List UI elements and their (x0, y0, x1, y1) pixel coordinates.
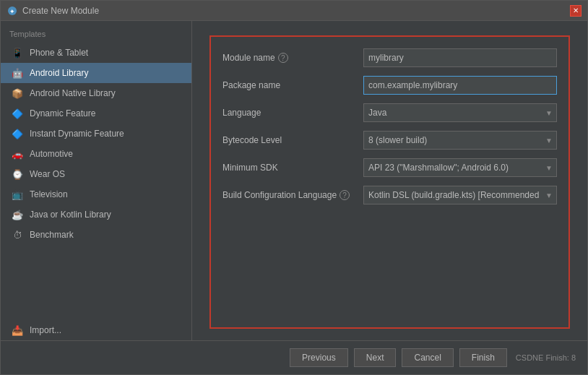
sidebar-item-label: Android Native Library (30, 88, 116, 98)
language-select[interactable]: Java Kotlin (363, 103, 557, 122)
sidebar-item-label: Dynamic Feature (30, 108, 95, 118)
phone-tablet-icon: 📱 (11, 46, 24, 59)
benchmark-icon: ⏱ (11, 228, 24, 241)
dynamic-feature-icon: 🔷 (11, 107, 24, 120)
next-button[interactable]: Next (354, 348, 397, 367)
templates-label: Templates (1, 27, 191, 43)
form-panel: Module name ? Package name Language (192, 21, 587, 340)
bytecode-level-label: Bytecode Level (222, 135, 356, 145)
module-name-input[interactable] (363, 48, 557, 67)
android-library-icon: 🤖 (11, 66, 24, 79)
module-name-row: Module name ? (222, 48, 557, 67)
package-name-row: Package name (222, 76, 557, 95)
sidebar-item-dynamic-feature[interactable]: 🔷 Dynamic Feature (1, 103, 191, 124)
finish-button[interactable]: Finish (459, 348, 507, 367)
template-sidebar: Templates 📱 Phone & Tablet 🤖 Android Lib… (1, 21, 192, 340)
close-button[interactable]: ✕ (570, 5, 581, 17)
sidebar-item-instant-dynamic[interactable]: 🔷 Instant Dynamic Feature (1, 124, 191, 144)
sidebar-item-label: Automotive (30, 149, 73, 159)
minimum-sdk-select-wrapper: API 23 ("Marshmallow"; Android 6.0) API … (363, 158, 557, 177)
module-name-label: Module name ? (222, 53, 356, 63)
minimum-sdk-row: Minimum SDK API 23 ("Marshmallow"; Andro… (222, 158, 557, 177)
minimum-sdk-select[interactable]: API 23 ("Marshmallow"; Android 6.0) API … (363, 158, 557, 177)
language-row: Language Java Kotlin ▼ (222, 103, 557, 122)
television-icon: 📺 (11, 188, 24, 201)
sidebar-item-wear-os[interactable]: ⌚ Wear OS (1, 164, 191, 184)
sidebar-item-import[interactable]: 📥 Import... (1, 320, 191, 340)
dialog-bottom-bar: Previous Next Cancel Finish CSDNE Finish… (1, 340, 587, 374)
cancel-button[interactable]: Cancel (402, 348, 453, 367)
svg-text:✦: ✦ (9, 8, 15, 15)
sidebar-item-phone-tablet[interactable]: 📱 Phone & Tablet (1, 43, 191, 63)
sidebar-item-label: Instant Dynamic Feature (30, 129, 124, 139)
build-config-row: Build Configuration Language ? Kotlin DS… (222, 186, 557, 204)
sidebar-item-android-native[interactable]: 📦 Android Native Library (1, 83, 191, 103)
form-fields-container: Module name ? Package name Language (209, 35, 570, 329)
build-config-select[interactable]: Kotlin DSL (build.gradle.kts) [Recommend… (363, 186, 557, 204)
build-config-label: Build Configuration Language ? (222, 190, 356, 200)
create-new-module-dialog: ✦ Create New Module ✕ Templates 📱 Phone … (0, 0, 588, 375)
language-select-wrapper: Java Kotlin ▼ (363, 103, 557, 122)
app-icon: ✦ (7, 5, 18, 17)
module-name-help-icon[interactable]: ? (278, 53, 288, 63)
sidebar-item-label: Import... (30, 325, 61, 335)
title-bar: ✦ Create New Module ✕ (1, 1, 587, 21)
sidebar-item-java-kotlin[interactable]: ☕ Java or Kotlin Library (1, 204, 191, 225)
android-native-icon: 📦 (11, 87, 24, 100)
sidebar-item-automotive[interactable]: 🚗 Automotive (1, 144, 191, 164)
build-config-select-wrapper: Kotlin DSL (build.gradle.kts) [Recommend… (363, 186, 557, 204)
automotive-icon: 🚗 (11, 147, 24, 160)
import-icon: 📥 (11, 324, 24, 337)
sidebar-item-television[interactable]: 📺 Television (1, 184, 191, 204)
instant-dynamic-icon: 🔷 (11, 127, 24, 140)
sidebar-item-benchmark[interactable]: ⏱ Benchmark (1, 225, 191, 245)
package-name-label: Package name (222, 80, 356, 90)
build-config-help-icon[interactable]: ? (340, 190, 350, 200)
sidebar-item-label: Wear OS (30, 169, 65, 179)
sidebar-item-android-library[interactable]: 🤖 Android Library (1, 63, 191, 83)
wear-os-icon: ⌚ (11, 168, 24, 181)
sidebar-item-label: Television (30, 189, 68, 199)
package-name-input[interactable] (363, 76, 557, 95)
sidebar-item-label: Phone & Tablet (30, 48, 88, 58)
sidebar-item-label: Android Library (30, 68, 88, 78)
sidebar-item-label: Benchmark (30, 230, 74, 240)
language-label: Language (222, 108, 356, 118)
dialog-title: Create New Module (22, 6, 570, 16)
bytecode-level-select[interactable]: 8 (slower build) 11 17 (363, 131, 557, 150)
bytecode-level-row: Bytecode Level 8 (slower build) 11 17 ▼ (222, 131, 557, 150)
java-kotlin-icon: ☕ (11, 208, 24, 221)
dialog-content: Templates 📱 Phone & Tablet 🤖 Android Lib… (1, 21, 587, 340)
bytecode-level-select-wrapper: 8 (slower build) 11 17 ▼ (363, 131, 557, 150)
bottom-label: CSDNE Finish: 8 (516, 353, 576, 362)
sidebar-item-label: Java or Kotlin Library (30, 210, 111, 220)
previous-button[interactable]: Previous (290, 348, 348, 367)
minimum-sdk-label: Minimum SDK (222, 163, 356, 173)
